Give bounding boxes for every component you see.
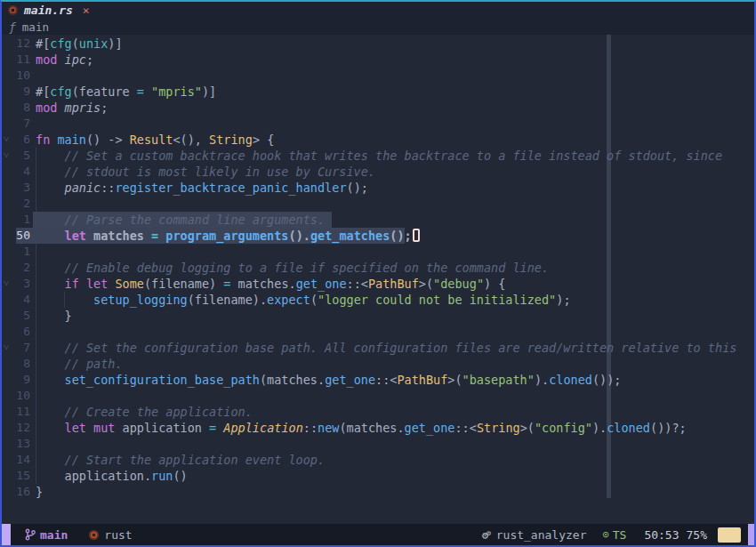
code-line[interactable]: 1 [2,244,754,260]
lsp-indicator: ⚙⚙ rust_analyzer [482,528,587,542]
line-number: 2 [12,196,30,212]
code-line[interactable]: 2 // Enable debug logging to a file if s… [2,260,754,276]
indent-guide [36,196,36,212]
breadcrumb[interactable]: ƒ main [2,19,754,35]
indent-guide [36,372,36,388]
code-line[interactable]: 8mod mpris; [2,100,754,116]
fold-spacer [2,292,12,308]
fold-spacer [2,484,12,500]
line-content: // stdout is most likely in use by Cursi… [36,164,754,180]
code-line[interactable]: 11 // Create the application. [2,404,754,420]
line-content: mod mpris; [36,100,754,116]
code-line[interactable]: 9#[cfg(feature = "mpris")] [2,84,754,100]
fold-spacer [2,100,12,116]
git-branch[interactable]: main [25,528,68,542]
line-content [36,436,754,452]
fold-spacer [2,196,12,212]
code-line[interactable]: 5 } [2,308,754,324]
fold-spacer [2,468,12,484]
tab-title: main.rs [24,4,73,17]
code-line[interactable]: 16} [2,484,754,500]
line-content: #[cfg(feature = "mpris")] [36,84,754,100]
line-content: application.run() [36,468,754,484]
line-number: 50 [12,228,30,244]
selection-highlight: // Parse the command line arguments. [33,212,332,228]
code-line[interactable]: 8 // path. [2,356,754,372]
treesitter-indicator: ⊙ TS [602,528,626,542]
line-number: 1 [12,212,30,228]
line-number: 11 [12,52,30,68]
indent-guide [36,452,36,468]
code-line[interactable]: 6 [2,324,754,340]
code-area[interactable]: 12#[cfg(unix)]11mod ipc;109#[cfg(feature… [2,35,754,524]
language-indicator: rust [89,528,132,542]
code-line[interactable]: ˅5 // Set a custom backtrace hook that w… [2,148,754,164]
function-symbol-icon: ƒ [9,20,16,34]
line-number: 12 [12,36,30,52]
fold-spacer [2,244,12,260]
line-content: if let Some(filename) = matches.get_one:… [36,276,754,292]
fold-spacer [2,52,12,68]
mode-indicator [2,524,11,545]
fold-spacer [2,436,12,452]
indent-guide [36,404,36,420]
line-number: 9 [12,84,30,100]
fold-spacer [2,452,12,468]
indent-guide [36,276,36,292]
code-line[interactable]: 4 setup_logging(filename).expect("logger… [2,292,754,308]
line-number: 8 [12,100,30,116]
tab-bar: main.rs × [2,2,754,19]
line-content [36,324,754,340]
line-number: 12 [12,420,30,436]
code-line[interactable]: 7 [2,116,754,132]
line-number: 6 [12,324,30,340]
line-content: } [36,484,754,500]
rust-icon [89,530,99,540]
code-line[interactable]: 4 // stdout is most likely in use by Cur… [2,164,754,180]
code-line[interactable]: 2 [2,196,754,212]
indent-guide [36,164,36,180]
fold-chevron-icon[interactable]: ˅ [2,148,12,164]
statusline-purple-block [748,524,754,545]
line-number: 2 [12,260,30,276]
indent-guide [36,388,36,404]
close-icon[interactable]: × [83,4,90,17]
code-line[interactable]: 15 application.run() [2,468,754,484]
fold-chevron-icon[interactable]: ˅ [2,276,12,292]
code-line[interactable]: ˅6fn main() -> Result<(), String> { [2,132,754,148]
fold-spacer [2,308,12,324]
code-line[interactable]: 11mod ipc; [2,52,754,68]
editor-window: main.rs × ƒ main 12#[cfg(unix)]11mod ipc… [0,0,756,547]
code-line[interactable]: 50 let matches = program_arguments().get… [2,228,754,244]
code-line[interactable]: 13 [2,436,754,452]
fold-spacer [2,404,12,420]
line-number: 4 [12,164,30,180]
code-line[interactable]: 14 // Start the application event loop. [2,452,754,468]
fold-spacer [2,356,12,372]
treesitter-label: TS [613,528,627,542]
line-number: 10 [12,388,30,404]
indent-guide [36,436,36,452]
code-line[interactable]: ˅7 // Set the configuration base path. A… [2,340,754,356]
line-number: 5 [12,148,30,164]
code-line[interactable]: 9 set_configuration_base_path(matches.ge… [2,372,754,388]
code-line[interactable]: 12#[cfg(unix)] [2,36,754,52]
fold-chevron-icon[interactable]: ˅ [2,132,12,148]
line-content: // Set a custom backtrace hook that writ… [36,148,754,164]
fold-chevron-icon[interactable]: ˅ [2,340,12,356]
code-line[interactable]: 10 [2,68,754,84]
indent-guide [36,148,36,164]
line-content: } [36,308,754,324]
indent-guide [36,340,36,356]
breadcrumb-function-name: main [22,20,49,34]
code-line[interactable]: 1 // Parse the command line arguments. [2,212,754,228]
code-line[interactable]: 3 panic::register_backtrace_panic_handle… [2,180,754,196]
tab-main-rs[interactable]: main.rs × [8,4,90,17]
code-line[interactable]: 12 let mut application = Application::ne… [2,420,754,436]
git-branch-icon [25,528,36,541]
line-number: 6 [12,132,30,148]
code-line[interactable]: 10 [2,388,754,404]
line-number: 14 [12,452,30,468]
line-content [36,388,754,404]
code-line[interactable]: ˅3 if let Some(filename) = matches.get_o… [2,276,754,292]
